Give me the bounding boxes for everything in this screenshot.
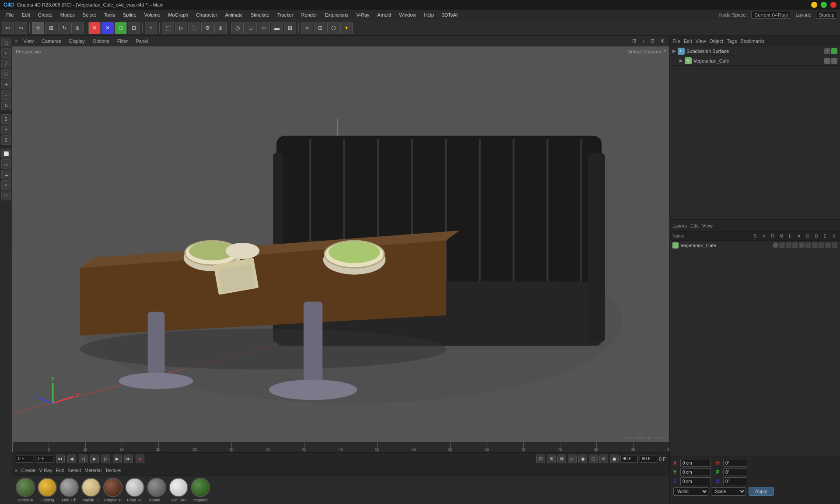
edge-mode[interactable]: ✕ (102, 22, 114, 34)
front-btn[interactable]: □ (245, 22, 257, 34)
layer-icon-sq8[interactable] (832, 242, 837, 248)
go-to-start-button[interactable]: ⏮ (56, 455, 65, 463)
menu-volume[interactable]: Volume (141, 11, 164, 18)
menu-simulate[interactable]: Simulate (247, 11, 273, 18)
layer-icon-sq2[interactable] (786, 242, 791, 248)
menu-arnold[interactable]: Arnold (374, 11, 395, 18)
display-mode[interactable]: ⬡ (327, 22, 340, 34)
vp-toggle1[interactable]: ⊞ (630, 37, 638, 45)
menu-help[interactable]: Help (420, 11, 438, 18)
layers-menu-layers[interactable]: Layers (672, 223, 687, 228)
menu-tools[interactable]: Tools (100, 11, 119, 18)
object-mode[interactable]: ✕ (88, 22, 101, 34)
vp-toggle2[interactable]: ↓ (640, 37, 647, 45)
vp-toggle4[interactable]: ⊕ (658, 37, 667, 45)
menu-spline[interactable]: Spline (119, 11, 140, 18)
coord-p-rot[interactable] (723, 468, 747, 476)
display-frame-field[interactable] (640, 455, 657, 463)
coord-b-rot[interactable] (723, 477, 747, 485)
mat-menu-material[interactable]: Material (84, 468, 102, 473)
pb-btn1[interactable]: ⊡ (536, 455, 545, 463)
vp-toggle3[interactable]: ⊡ (648, 37, 657, 45)
prev-key-button[interactable]: ◁ (79, 455, 88, 463)
sidebar-rotate[interactable]: ↻ (1, 101, 11, 110)
move-tool[interactable]: ✛ (32, 22, 44, 34)
mat-menu-edit[interactable]: Edit (56, 468, 64, 473)
perspective-btn[interactable]: ◎ (231, 22, 244, 34)
material-round[interactable]: Round_L (147, 478, 166, 502)
sidebar-select[interactable]: ◻ (1, 38, 11, 47)
layers-menu-view[interactable]: View (702, 223, 713, 228)
material-pepper[interactable]: Pepper_P (103, 478, 122, 502)
material-minich[interactable]: Mini_Ch (60, 478, 79, 502)
sidebar-poly[interactable]: ⬡ (1, 69, 11, 79)
sidebar-background[interactable]: ▭ (1, 159, 11, 169)
node-space-value[interactable]: Current (V-Ray) (751, 11, 791, 19)
sidebar-move[interactable]: ✛ (1, 80, 11, 89)
layer-icon-sq5[interactable] (812, 242, 818, 248)
pb-btn4[interactable]: ▷ (568, 455, 577, 463)
render-view[interactable]: ▷ (175, 22, 187, 34)
mat-menu-create[interactable]: Create (21, 468, 35, 473)
pb-btn5[interactable]: ◉ (578, 455, 587, 463)
obj-icon-green[interactable] (831, 48, 837, 54)
side-btn[interactable]: ▭ (258, 22, 270, 34)
current-frame-field[interactable] (16, 455, 33, 463)
coord-h-rot[interactable] (723, 459, 747, 467)
redo-button[interactable]: ↪ (15, 22, 27, 34)
material-lighting[interactable]: Lighting (38, 478, 57, 502)
menu-edit[interactable]: Edit (18, 11, 34, 18)
vp-menu-filter[interactable]: Filter (115, 38, 130, 45)
vp-menu-display[interactable]: Display (67, 38, 87, 45)
obj-menu-tags[interactable]: Tags (727, 38, 737, 44)
sidebar-fog[interactable]: ≡ (1, 180, 11, 190)
sidebar-paint[interactable]: S (1, 125, 11, 134)
coord-x-pos[interactable] (680, 459, 711, 467)
play-button[interactable]: ▶ (90, 455, 99, 463)
end-frame-field[interactable] (620, 455, 638, 463)
sidebar-sky[interactable]: ☉ (1, 191, 11, 200)
next-key-button[interactable]: ▷ (102, 455, 110, 463)
maximize-button[interactable] (821, 2, 827, 8)
3d-viewport[interactable]: Perspective Default Camera :* Grid Spaci… (12, 46, 669, 442)
pb-btn3[interactable]: ⊠ (557, 455, 566, 463)
vp-menu-panel[interactable]: Panel (133, 38, 150, 45)
apply-button[interactable]: Apply (749, 487, 774, 496)
obj-row-subdivision[interactable]: ▶ S Subdivision Surface ✓ (670, 46, 840, 56)
material-bottleca[interactable]: BottleCa (16, 478, 35, 502)
world-dropdown[interactable]: World Object Local (673, 487, 708, 496)
render-settings[interactable]: ⚙ (201, 22, 214, 34)
vp-menu-options[interactable]: Options (91, 38, 112, 45)
scale-dropdown[interactable]: Scale Size (711, 487, 746, 496)
pb-btn2[interactable]: ⊞ (547, 455, 556, 463)
vp-menu-view[interactable]: View (21, 38, 36, 45)
sidebar-scale[interactable]: ↔ (1, 90, 11, 100)
menu-window[interactable]: Window (396, 11, 420, 18)
coord-z-pos[interactable] (680, 477, 711, 485)
mat-menu-vray[interactable]: V-Ray (39, 468, 52, 473)
titlebar-right[interactable] (811, 2, 836, 8)
lasso-sel[interactable]: ⌗ (301, 22, 313, 34)
sidebar-floor[interactable]: ⬜ (1, 149, 11, 158)
render-active[interactable]: ⬛ (188, 22, 200, 34)
sidebar-spline[interactable]: S (1, 114, 11, 124)
menu-tracker[interactable]: Tracker (274, 11, 297, 18)
layer-icon-play[interactable]: ▷ (799, 242, 805, 248)
menu-character[interactable]: Character (192, 11, 220, 18)
prev-frame-button[interactable]: ◀ (67, 455, 76, 463)
pb-btn8[interactable]: ◼ (610, 455, 619, 463)
material-vegetab[interactable]: Vegetab (191, 478, 210, 502)
material-plate[interactable]: Plate_Mi (125, 478, 144, 502)
menu-vray[interactable]: V-Ray (353, 11, 373, 18)
split-btn[interactable]: ⊞ (284, 22, 296, 34)
obj-menu-view[interactable]: View (696, 38, 706, 44)
obj-row-vegetariancafe[interactable]: ▶ V Vegetarian_Cafe (670, 56, 840, 66)
menu-modes[interactable]: Modes (57, 11, 78, 18)
go-to-end-button[interactable]: ⏭ (124, 455, 133, 463)
menu-create[interactable]: Create (35, 11, 56, 18)
add-to-render[interactable]: ⊕ (214, 22, 227, 34)
coord-y-pos[interactable] (680, 468, 711, 476)
menu-3dtoall[interactable]: 3DToAll (438, 11, 462, 18)
poly-mode[interactable]: ⬡ (115, 22, 127, 34)
obj-menu-edit[interactable]: Edit (684, 38, 692, 44)
